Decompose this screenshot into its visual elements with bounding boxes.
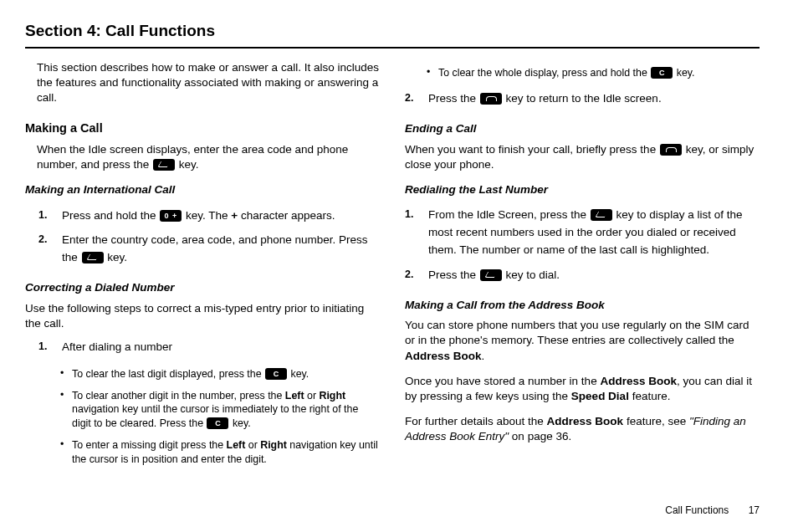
list-item: 1. After dialing a number [50, 336, 380, 361]
text: character appears. [238, 209, 335, 222]
two-column-layout: This section describes how to make or an… [25, 60, 760, 472]
text: To clear the last digit displayed, press… [72, 368, 264, 380]
send-key-icon [82, 252, 104, 263]
page-number: 17 [749, 504, 760, 516]
step-number: 2. [405, 267, 413, 283]
right-key: Right [260, 439, 287, 451]
text: key. [229, 417, 250, 429]
ab-para2: Once you have stored a number in the Add… [405, 372, 760, 406]
text: When you want to finish your call, brief… [405, 143, 659, 156]
list-item: To clear the whole display, press and ho… [430, 64, 760, 85]
footer-label: Call Functions [665, 504, 729, 516]
address-book-term: Address Book [600, 375, 677, 387]
step-number: 1. [405, 207, 413, 223]
list-item: 2. Press the key to return to the Idle s… [417, 88, 760, 113]
list-item: 1. Press and hold the key. The + charact… [50, 205, 380, 230]
correct-bullets: To clear the last digit displayed, press… [25, 361, 380, 471]
text: key. [176, 158, 199, 171]
zero-key-icon [160, 210, 182, 222]
list-item: To clear another digit in the number, pr… [64, 386, 380, 436]
text: To enter a missing digit press the [72, 439, 227, 451]
text: To clear another digit in the number, pr… [72, 390, 285, 402]
text: key. [105, 251, 128, 263]
text: key to return to the Idle screen. [503, 92, 662, 105]
heading-correcting: Correcting a Dialed Number [25, 280, 380, 295]
text: or [304, 390, 320, 402]
text: key. [673, 67, 694, 79]
ab-para3: For further details about the Address Bo… [405, 412, 760, 446]
address-book-term: Address Book [547, 415, 624, 427]
text: You can store phone numbers that you use… [405, 319, 749, 346]
list-item: 2. Press the key to dial. [417, 264, 760, 289]
intl-steps: 1. Press and hold the key. The + charact… [25, 202, 380, 273]
heading-address-book: Making a Call from the Address Book [405, 298, 760, 313]
step-number: 1. [38, 339, 47, 355]
text: . [482, 350, 485, 362]
text: For further details about the [405, 415, 547, 427]
text: key. [288, 368, 309, 380]
left-key: Left [227, 439, 246, 451]
speed-dial-term: Speed Dial [571, 390, 629, 402]
send-key-icon [153, 159, 175, 171]
end-key-icon [480, 93, 502, 105]
text: From the Idle Screen, press the [428, 208, 590, 221]
making-call-para: When the Idle screen displays, enter the… [25, 141, 380, 174]
intro-text: This section describes how to make or an… [25, 60, 380, 115]
clear-key-icon [651, 67, 673, 79]
end-key-icon [660, 144, 682, 156]
ab-para1: You can store phone numbers that you use… [405, 316, 760, 366]
list-item: To enter a missing digit press the Left … [64, 436, 380, 471]
step-number: 2. [38, 232, 47, 248]
clear-key-icon [207, 417, 228, 429]
clear-key-icon [265, 368, 287, 380]
text: To clear the whole display, press and ho… [438, 67, 650, 79]
section-title: Section 4: Call Functions [25, 20, 760, 49]
right-key: Right [319, 390, 345, 402]
text: After dialing a number [62, 340, 172, 353]
text: feature. [629, 390, 671, 402]
heading-redial: Redialing the Last Number [405, 182, 760, 197]
correct-steps: 1. After dialing a number [25, 333, 380, 361]
correct-intro: Use the following steps to correct a mis… [25, 299, 380, 333]
left-key: Left [285, 390, 304, 402]
end-para: When you want to finish your call, brief… [405, 141, 760, 174]
list-item: 2. Enter the country code, area code, an… [50, 229, 380, 272]
redial-steps: 1. From the Idle Screen, press the key t… [405, 201, 760, 289]
page-footer: Call Functions 17 [665, 504, 760, 517]
text: on page 36. [509, 430, 571, 442]
address-book-term: Address Book [405, 350, 482, 362]
text: Once you have stored a number in the [405, 375, 600, 387]
text: Press the [428, 92, 479, 105]
left-column: This section describes how to make or an… [25, 60, 380, 472]
list-item: To clear the last digit displayed, press… [64, 365, 380, 386]
list-item: 1. From the Idle Screen, press the key t… [417, 204, 760, 264]
send-key-icon [480, 269, 502, 281]
right-column: To clear the whole display, press and ho… [405, 60, 760, 472]
send-key-icon [591, 209, 612, 221]
text: feature, see [623, 415, 689, 427]
correct-bullets-cont: To clear the whole display, press and ho… [405, 60, 760, 85]
heading-ending-call: Ending a Call [405, 121, 760, 136]
text: or [245, 439, 260, 451]
text: Press and hold the [62, 209, 159, 222]
text: Press the [428, 269, 479, 281]
text: key. The [182, 209, 231, 222]
heading-intl-call: Making an International Call [25, 182, 380, 197]
step-number: 2. [405, 90, 413, 106]
step-number: 1. [38, 207, 47, 223]
text: key to dial. [503, 269, 560, 281]
correct-steps-cont: 2. Press the key to return to the Idle s… [405, 84, 760, 113]
heading-making-a-call: Making a Call [25, 120, 380, 137]
